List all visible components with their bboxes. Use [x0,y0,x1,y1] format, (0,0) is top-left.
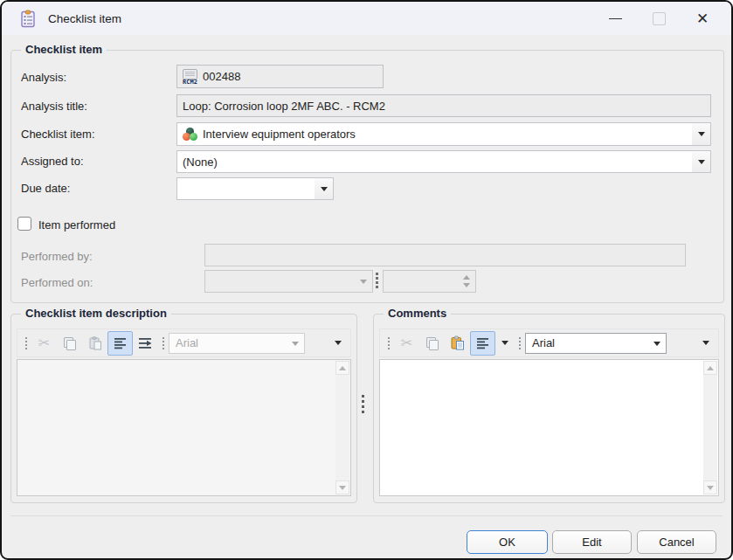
window-title: Checklist item [48,12,121,25]
checklist-item-dialog: Checklist item ✕ Checklist item Analysis… [0,0,733,560]
spinner-up-icon [463,275,470,280]
copy-icon [64,337,75,349]
scissors-icon: ✂ [401,336,412,350]
scroll-up-button[interactable] [335,361,349,375]
description-toolbar: ✂ [17,328,351,357]
scroll-down-icon [339,486,346,490]
minimize-button[interactable] [595,2,635,35]
font-combobox: Arial [169,333,305,354]
rcm2-icon: RCM2 [183,69,197,86]
scroll-up-icon [339,366,346,370]
paste-icon [88,336,102,350]
grip-handle[interactable] [388,337,390,349]
performed-on-time-spinner [383,270,476,293]
titlebar: Checklist item ✕ [2,2,731,35]
chevron-down-icon [292,342,299,346]
edit-button[interactable]: Edit [552,530,632,554]
label-analysis: Analysis: [21,71,66,84]
cut-button: ✂ [394,331,419,356]
align-left-icon [476,337,489,349]
label-checklist-item: Checklist item: [21,128,95,141]
comments-textarea[interactable] [379,359,719,496]
label-item-performed[interactable]: Item performed [38,218,115,232]
align-left-button[interactable] [470,331,495,356]
font-value: Arial [176,336,198,349]
font-value: Arial [532,336,555,349]
copy-icon [426,337,438,349]
paste-button [82,331,107,356]
analysis-value: 002488 [203,70,240,83]
item-performed-checkbox[interactable] [17,217,31,231]
assigned-to-combobox[interactable]: (None) [176,150,711,173]
label-analysis-title: Analysis title: [21,100,87,113]
checklist-item-icon [183,128,197,142]
cancel-button[interactable]: Cancel [637,530,716,554]
scroll-down-button[interactable] [335,480,349,494]
analysis-field: RCM2 002488 [176,65,384,88]
analysis-title-value: Loop: Corrosion loop 2MF ABC. - RCM2 [183,100,385,113]
minimize-icon [609,18,622,19]
performed-on-date-combobox [204,270,373,293]
scroll-up-button[interactable] [703,361,717,375]
label-due-date: Due date: [21,182,70,195]
maximize-icon [653,12,666,25]
scissors-icon: ✂ [38,336,50,350]
chevron-down-icon[interactable] [692,123,710,145]
scroll-up-icon [707,366,714,370]
maximize-button [639,2,679,35]
chevron-down-icon[interactable] [315,178,333,199]
performed-by-field [204,244,686,266]
group-comments: Comments ✂ Aria [373,314,725,503]
scrollbar[interactable] [335,361,349,494]
toolbar-overflow-button[interactable] [697,332,715,355]
scrollbar[interactable] [703,361,717,494]
paste-button[interactable] [445,331,470,356]
toolbar-overflow-button[interactable] [329,332,347,355]
grip-handle[interactable] [519,337,521,349]
grip-handle[interactable] [25,337,27,349]
ok-button[interactable]: OK [467,530,548,554]
copy-button [57,331,82,356]
close-button[interactable]: ✕ [682,2,723,35]
checklist-item-combobox[interactable]: Interview equipment operators [176,122,711,146]
due-date-combobox[interactable] [176,177,334,200]
checklist-icon [19,10,38,28]
group-checklist-item-title: Checklist item [21,43,107,56]
description-textarea[interactable] [17,359,351,496]
group-comments-title: Comments [384,307,451,320]
copy-button [419,331,445,356]
align-left-button[interactable] [107,331,133,356]
align-left-icon [114,337,127,349]
analysis-title-field: Loop: Corrosion loop 2MF ABC. - RCM2 [176,94,711,117]
group-description: Checklist item description ✂ [10,314,357,503]
chevron-down-icon [501,341,508,345]
cut-button: ✂ [31,331,57,356]
chevron-down-icon [335,341,342,345]
splitter-handle[interactable] [362,395,364,413]
spinner-down-icon [463,283,470,287]
font-combobox[interactable]: Arial [525,333,667,354]
assigned-to-value: (None) [183,156,218,169]
toolbar-grip-dots [376,273,378,288]
scroll-down-button[interactable] [703,480,717,494]
buttons-separator [10,515,723,516]
close-icon: ✕ [696,11,709,26]
indent-icon [138,337,153,349]
chevron-down-icon [702,341,709,345]
comments-toolbar: ✂ Arial [379,328,719,357]
chevron-down-icon [354,271,372,292]
label-performed-by: Performed by: [21,250,93,263]
scroll-down-icon [707,486,714,490]
grip-handle[interactable] [163,337,164,349]
chevron-down-icon[interactable] [692,151,710,172]
chevron-down-icon [653,342,660,346]
text-style-dropdown-button[interactable] [495,331,515,356]
group-description-title: Checklist item description [21,307,171,320]
checklist-item-value: Interview equipment operators [203,128,356,141]
indent-button[interactable] [133,331,158,356]
label-performed-on: Performed on: [21,276,93,289]
label-assigned-to: Assigned to: [21,155,84,168]
paste-icon [450,335,465,350]
